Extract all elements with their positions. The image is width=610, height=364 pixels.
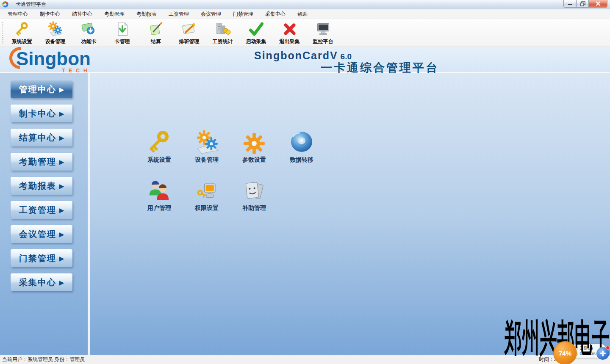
restore-icon [580,1,585,6]
toolbar-button-device-management[interactable]: 设备管理 [39,19,72,45]
users-icon [146,176,173,203]
arrow-right-icon: ▶ [59,159,64,165]
arrow-right-icon: ▶ [59,135,64,141]
key-icon [146,127,173,154]
menu-item-access-management[interactable]: 门禁管理 [227,9,259,19]
function-card-icon [81,21,97,37]
window-title: 一卡通管理平台 [11,1,46,8]
arrow-right-icon: ▶ [59,183,64,189]
menu-item-help[interactable]: 帮助 [291,9,313,19]
toolbar-button-salary-statistics[interactable]: 工资统计 [206,19,239,45]
close-icon [596,1,601,6]
arrow-right-icon: ▶ [59,279,64,286]
usage-percent: 74% [559,350,571,357]
toolbar-button-monitor-platform[interactable]: 监控平台 [306,19,340,45]
menu-item-management-center[interactable]: 管理中心 [2,9,34,19]
notification-dot-icon [606,346,610,350]
sidebar-item-collection-center[interactable]: 采集中心▶ [11,273,72,291]
toolbar: 系统设置 设备管理 功能卡 卡管理 [0,19,610,47]
sidebar: 管理中心▶ 制卡中心▶ 结算中心▶ 考勤管理▶ 考勤报表▶ 工资管理▶ 会议管理… [0,73,88,355]
restore-button[interactable] [576,0,589,8]
sidebar-item-attendance-report[interactable]: 考勤报表▶ [11,177,72,195]
app-icon-grid: 系统设置 设备管理 参数设置 [136,127,325,212]
main-panel: 系统设置 设备管理 参数设置 [90,73,610,355]
arrow-right-icon: ▶ [59,231,64,237]
sidebar-item-access-management[interactable]: 门禁管理▶ [11,249,72,267]
arrow-right-icon: ▶ [59,255,64,262]
menu-item-card-making-center[interactable]: 制卡中心 [34,9,66,19]
sidebar-item-meeting-management[interactable]: 会议管理▶ [11,225,72,243]
key-icon [14,21,30,37]
app-tile-system-settings[interactable]: 系统设置 [146,127,173,164]
menu-item-meeting-management[interactable]: 会议管理 [195,9,227,19]
menu-item-attendance-management[interactable]: 考勤管理 [98,9,130,19]
app-tile-device-management[interactable]: 设备管理 [193,127,220,164]
sidebar-item-salary-management[interactable]: 工资管理▶ [11,201,72,219]
toolbar-button-shift-management[interactable]: 排班管理 [172,19,206,45]
minimize-icon [568,2,572,6]
toolbar-button-exit-collection[interactable]: 退出采集 [273,19,306,45]
green-check-icon [248,21,264,37]
toolbar-grip[interactable] [2,22,4,44]
window-titlebar: 一卡通管理平台 [0,0,610,9]
toolbar-button-system-settings[interactable]: 系统设置 [5,19,39,45]
gears-icon [193,127,220,154]
app-tile-data-transfer[interactable]: 数据转移 [288,127,315,164]
app-tile-parameter-settings[interactable]: 参数设置 [241,127,268,164]
note-pencil-icon [148,21,164,37]
toolbar-button-start-collection[interactable]: 启动采集 [239,19,273,45]
toolbar-button-card-management[interactable]: 卡管理 [105,19,139,45]
arrow-right-icon: ▶ [59,110,64,117]
content-area: 管理中心▶ 制卡中心▶ 结算中心▶ 考勤管理▶ 考勤报表▶ 工资管理▶ 会议管理… [0,73,610,355]
monitor-key-icon [193,176,220,203]
app-tile-permission-settings[interactable]: 权限设置 [193,176,220,212]
close-button[interactable] [589,0,607,8]
app-header: Singbon TECH SingbonCardV6.0 一卡通综合管理平台 [0,47,610,72]
sidebar-item-attendance-management[interactable]: 考勤管理▶ [11,153,72,171]
notebook-pen-icon [181,21,197,37]
buildings-coins-icon [215,21,231,37]
app-tile-subsidy-management[interactable]: 补助管理 [241,176,268,212]
app-tile-user-management[interactable]: 用户管理 [146,176,173,212]
minimize-button[interactable] [563,0,576,8]
current-user-status: 当前用户：系统管理员 身份：管理员 [0,356,85,363]
card-document-icon [114,21,130,37]
toolbar-button-settlement[interactable]: 结算 [139,19,172,45]
menu-bar: 管理中心 制卡中心 结算中心 考勤管理 考勤报表 工资管理 会议管理 门禁管理 … [0,9,610,19]
usage-ball[interactable]: 74% [553,341,577,364]
red-cross-icon [282,21,298,37]
menu-item-collection-center[interactable]: 采集中心 [259,9,291,19]
app-icon [2,1,8,8]
menu-item-salary-management[interactable]: 工资管理 [163,9,195,19]
gears-icon [47,21,64,37]
monitor-icon [315,21,331,37]
cd-disc-icon [288,127,315,154]
menu-item-attendance-report[interactable]: 考勤报表 [130,9,163,19]
window-controls [563,0,607,8]
arrow-right-icon: ▶ [59,86,64,93]
arrow-right-icon: ▶ [59,207,64,213]
sidebar-item-card-making-center[interactable]: 制卡中心▶ [11,105,72,122]
sidebar-item-settlement-center[interactable]: 结算中心▶ [11,129,72,146]
toolbar-button-function-card[interactable]: 功能卡 [72,19,105,45]
face-card-icon [241,176,268,203]
singbon-logo: Singbon TECH [16,48,91,70]
gear-icon [241,127,268,154]
menu-item-settlement-center[interactable]: 结算中心 [66,9,98,19]
sidebar-item-management-center[interactable]: 管理中心▶ [11,80,72,98]
